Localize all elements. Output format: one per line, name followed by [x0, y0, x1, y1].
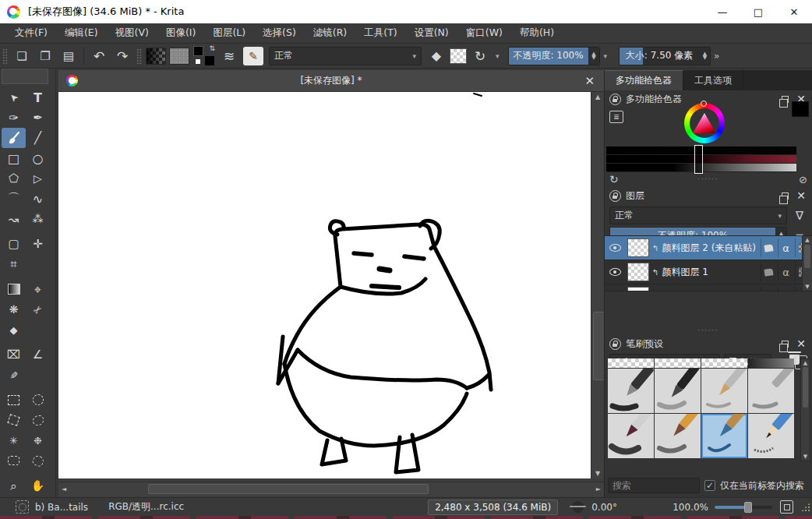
gradient-bar-handle[interactable] [694, 145, 703, 174]
multibrush-tool[interactable] [26, 209, 50, 229]
visibility-eye-icon[interactable] [609, 268, 621, 276]
pan-tool[interactable] [26, 475, 50, 496]
polyline-tool[interactable] [26, 168, 50, 189]
scroll-down-icon[interactable]: ▼ [803, 284, 812, 290]
menu-help[interactable]: 帮助(H) [511, 26, 563, 40]
tab-tool-options[interactable]: 工具选项 [683, 70, 743, 90]
lock-icon[interactable] [609, 338, 621, 350]
window-resize-grip[interactable] [801, 503, 810, 512]
brush-tile-orange-handle[interactable] [655, 414, 701, 458]
chevron-down-icon[interactable]: ▾ [496, 52, 500, 60]
crop-tool[interactable] [2, 254, 26, 274]
brush-tile-pen-black[interactable] [608, 369, 654, 413]
alpha-lock-icon[interactable] [778, 287, 793, 291]
background-color[interactable] [195, 58, 201, 65]
scroll-right-icon[interactable]: ► [596, 485, 601, 493]
canvas[interactable] [58, 92, 591, 478]
magic-wand-select-tool[interactable] [2, 430, 26, 450]
preserve-alpha-icon[interactable] [450, 48, 467, 64]
foreground-background-colors[interactable]: ⇅ [193, 46, 215, 66]
magnetic-select-tool[interactable] [26, 450, 50, 471]
chevron-down-icon[interactable]: ▾ [604, 52, 608, 60]
scroll-down-icon[interactable]: ▼ [591, 470, 604, 477]
assistants-tool[interactable] [2, 344, 26, 365]
brush-option-icon[interactable] [219, 47, 239, 65]
lock-icon[interactable] [761, 287, 776, 291]
edit-shapes-tool[interactable] [2, 108, 26, 128]
gradient-tool[interactable] [2, 279, 26, 299]
brush-grid-scrollbar[interactable]: ▲ ▼ [800, 358, 810, 461]
close-canvas-icon[interactable]: ✕ [584, 74, 595, 88]
menu-view[interactable]: 视图(V) [107, 26, 157, 40]
float-docker-icon[interactable] [782, 96, 789, 103]
pattern-edit-tool[interactable] [2, 299, 26, 320]
toolbox-grip[interactable] [2, 69, 48, 84]
reload-preset-icon[interactable] [470, 47, 490, 65]
close-docker-icon[interactable]: ✕ [796, 337, 806, 350]
swap-colors-icon[interactable]: ⇅ [209, 44, 215, 52]
filter-funnel-icon[interactable]: ∇ [792, 209, 807, 223]
freehand-brush-tool[interactable] [2, 128, 26, 148]
brush-preview-icon[interactable] [16, 500, 29, 514]
maximize-button[interactable]: □ [740, 0, 776, 23]
size-spinner[interactable]: ▲▼ [699, 48, 710, 65]
transform-tool[interactable] [2, 234, 26, 254]
eraser-icon[interactable] [426, 47, 447, 65]
brush-search-input[interactable] [608, 478, 700, 493]
layer-row[interactable]: ↰ 背景 [605, 284, 812, 291]
dynamic-brush-tool[interactable] [2, 209, 26, 229]
close-docker-icon[interactable]: ✕ [796, 189, 806, 202]
polygon-tool[interactable] [2, 168, 26, 189]
canvas-only-mode-button[interactable] [780, 500, 793, 514]
scroll-left-icon[interactable]: ◄ [62, 485, 66, 493]
save-icon[interactable] [58, 47, 79, 65]
horizontal-scroll-thumb[interactable] [148, 484, 429, 494]
toolbar-grip[interactable] [2, 48, 8, 64]
smart-patch-tool[interactable] [26, 299, 50, 320]
vertical-scrollbar[interactable]: ▲ ▼ [591, 92, 604, 478]
scroll-up-icon[interactable]: ▲ [801, 360, 810, 366]
layer-name[interactable]: 背景 [662, 290, 757, 292]
opacity-slider[interactable]: 不透明度: 100% ▲▼ [508, 47, 600, 65]
gradient-swatch[interactable] [146, 48, 166, 65]
close-button[interactable]: ✕ [776, 0, 812, 23]
rotation-value[interactable]: 0.00° [591, 502, 626, 513]
rect-select-tool[interactable] [2, 390, 26, 410]
horizontal-scrollbar[interactable]: ◄ ► [58, 482, 604, 496]
foreground-color[interactable] [193, 46, 203, 56]
scroll-up-icon[interactable]: ▲ [803, 237, 812, 243]
toolbar-grip[interactable] [136, 48, 142, 64]
reference-images-tool[interactable] [2, 365, 26, 385]
menu-select[interactable]: 选择(S) [254, 26, 305, 40]
lock-icon[interactable] [609, 94, 621, 105]
pattern-swatch[interactable] [169, 48, 189, 65]
visibility-eye-icon[interactable] [609, 244, 621, 252]
similar-color-select-tool[interactable] [26, 430, 50, 450]
alpha-lock-icon[interactable] [778, 238, 793, 257]
redo-icon[interactable] [112, 47, 132, 65]
menu-layer[interactable]: 图层(L) [204, 26, 254, 40]
color-profile-label[interactable]: RGB/透明...rc.icc [108, 500, 184, 514]
ellipse-select-tool[interactable] [26, 390, 50, 410]
layer-scroll-thumb[interactable] [804, 245, 810, 268]
alpha-lock-icon[interactable] [778, 263, 793, 281]
layer-row[interactable]: ↰ 颜料图层 2 (来自粘贴) [605, 236, 812, 260]
image-size-button[interactable]: 2,480 x 3,508 (34.6 MiB) [428, 500, 558, 515]
line-tool[interactable] [26, 128, 50, 148]
fill-tool[interactable] [2, 320, 26, 340]
layer-name[interactable]: 颜料图层 1 [662, 266, 757, 279]
pointer-tool[interactable] [2, 87, 26, 108]
float-docker-icon[interactable] [782, 192, 789, 199]
float-docker-icon[interactable] [782, 341, 789, 348]
layer-row[interactable]: ↰ 颜料图层 1 [605, 260, 812, 284]
layer-thumbnail[interactable] [627, 263, 649, 281]
freehand-select-tool[interactable] [26, 410, 50, 430]
text-tool[interactable] [26, 87, 50, 108]
color-history-bars[interactable] [606, 147, 796, 172]
brush-tile-pen-black-tilted[interactable] [655, 369, 701, 413]
undo-icon[interactable] [89, 47, 109, 65]
measure-tool[interactable] [26, 344, 50, 365]
canvas-tab-bar[interactable]: [未保存图像] * ✕ [58, 70, 604, 92]
scroll-up-icon[interactable]: ▲ [591, 94, 604, 101]
rectangle-tool[interactable] [2, 148, 26, 168]
